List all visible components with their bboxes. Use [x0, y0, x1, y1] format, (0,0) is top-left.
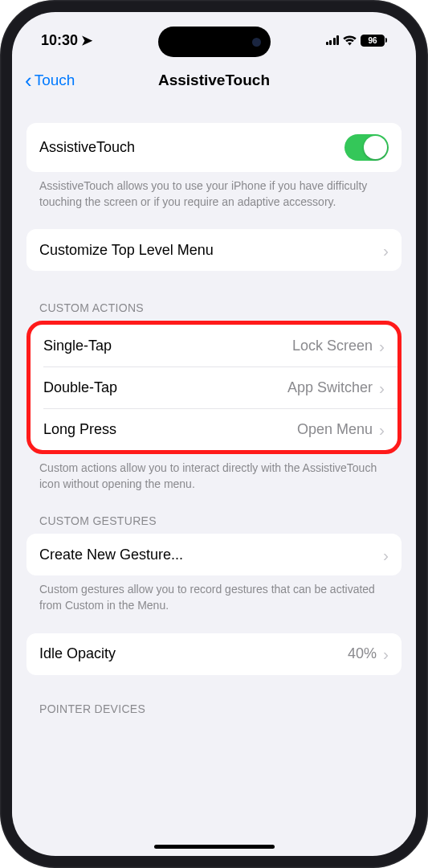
- group-header: CUSTOM GESTURES: [26, 514, 402, 534]
- content: AssistiveTouch AssistiveTouch allows you…: [12, 100, 416, 856]
- row-single-tap[interactable]: Single-Tap Lock Screen ›: [31, 325, 397, 366]
- row-label: AssistiveTouch: [39, 139, 135, 156]
- toggle-on[interactable]: [344, 134, 389, 161]
- row-idle-opacity[interactable]: Idle Opacity 40% ›: [26, 633, 402, 675]
- highlighted-card: Single-Tap Lock Screen › Double-Tap App …: [26, 321, 402, 454]
- row-assistivetouch-toggle[interactable]: AssistiveTouch: [26, 123, 402, 172]
- volume-up-button: [0, 185, 1, 237]
- group-footer: Custom gestures allow you to record gest…: [26, 575, 402, 613]
- chevron-right-icon: ›: [379, 421, 385, 438]
- dynamic-island: [158, 27, 271, 57]
- screen: 10:30 ➤ 96 ‹ Touch Assistiv: [12, 12, 416, 856]
- row-value: Open Menu: [297, 421, 373, 438]
- chevron-right-icon: ›: [383, 645, 389, 662]
- group-header: POINTER DEVICES: [26, 702, 402, 722]
- row-label: Customize Top Level Menu: [39, 242, 214, 259]
- chevron-left-icon: ‹: [25, 70, 32, 91]
- page-title: AssistiveTouch: [158, 72, 270, 89]
- battery-percent: 96: [368, 36, 377, 45]
- group-assistivetouch: AssistiveTouch AssistiveTouch allows you…: [26, 123, 402, 210]
- battery-indicator: 96: [361, 35, 387, 47]
- group-pointer-devices: POINTER DEVICES: [26, 702, 402, 722]
- group-footer: AssistiveTouch allows you to use your iP…: [26, 172, 402, 210]
- row-value: Lock Screen: [292, 338, 373, 354]
- row-value: App Switcher: [287, 379, 373, 396]
- toggle-knob: [364, 136, 387, 159]
- row-create-new-gesture[interactable]: Create New Gesture... ›: [26, 534, 402, 575]
- navigation-bar: ‹ Touch AssistiveTouch: [12, 60, 416, 100]
- chevron-right-icon: ›: [383, 242, 389, 259]
- group-custom-gestures: CUSTOM GESTURES Create New Gesture... › …: [26, 514, 402, 613]
- chevron-right-icon: ›: [383, 547, 389, 563]
- volume-down-button: [0, 249, 1, 301]
- group-customize: Customize Top Level Menu ›: [26, 229, 402, 271]
- mute-switch: [0, 137, 1, 165]
- chevron-right-icon: ›: [379, 379, 385, 396]
- row-long-press[interactable]: Long Press Open Menu ›: [31, 408, 397, 450]
- location-icon: ➤: [81, 32, 92, 49]
- phone-frame: 10:30 ➤ 96 ‹ Touch Assistiv: [0, 0, 428, 868]
- row-label: Long Press: [43, 421, 116, 438]
- home-indicator[interactable]: [154, 845, 275, 849]
- back-label: Touch: [35, 72, 75, 89]
- row-value: 40%: [348, 645, 377, 662]
- back-button[interactable]: ‹ Touch: [25, 70, 75, 91]
- group-footer: Custom actions allow you to interact dir…: [26, 454, 402, 492]
- front-camera: [252, 38, 261, 47]
- row-label: Single-Tap: [43, 338, 112, 354]
- row-double-tap[interactable]: Double-Tap App Switcher ›: [31, 366, 397, 408]
- status-time: 10:30: [41, 32, 78, 49]
- row-label: Idle Opacity: [39, 645, 116, 662]
- row-label: Double-Tap: [43, 379, 117, 396]
- row-customize-top-level-menu[interactable]: Customize Top Level Menu ›: [26, 229, 402, 271]
- cellular-signal-icon: [326, 35, 340, 45]
- row-label: Create New Gesture...: [39, 547, 183, 563]
- wifi-icon: [342, 35, 357, 46]
- group-custom-actions: CUSTOM ACTIONS Single-Tap Lock Screen › …: [26, 301, 402, 492]
- chevron-right-icon: ›: [379, 338, 385, 354]
- group-header: CUSTOM ACTIONS: [26, 301, 402, 321]
- group-idle-opacity: Idle Opacity 40% ›: [26, 633, 402, 675]
